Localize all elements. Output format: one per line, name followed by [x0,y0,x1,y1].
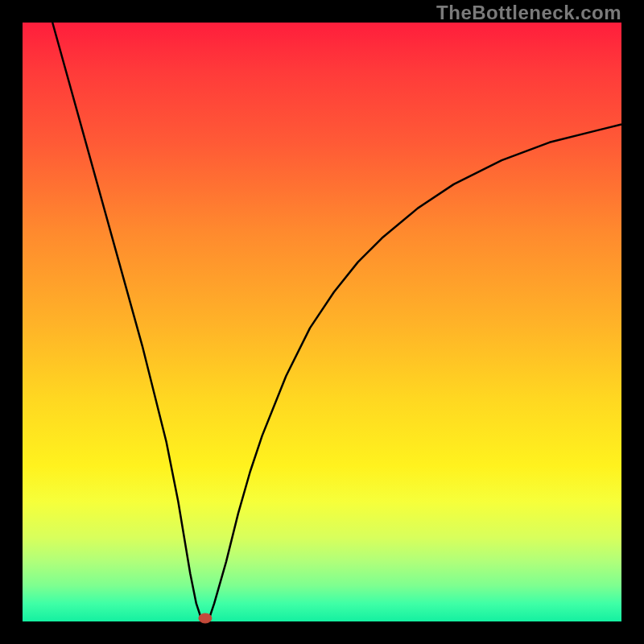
chart-frame: TheBottleneck.com [0,0,644,644]
optimal-point-marker [199,613,212,623]
bottleneck-curve [52,23,621,621]
curve-overlay [23,23,621,621]
watermark-text: TheBottleneck.com [436,2,621,24]
plot-area [23,23,621,621]
